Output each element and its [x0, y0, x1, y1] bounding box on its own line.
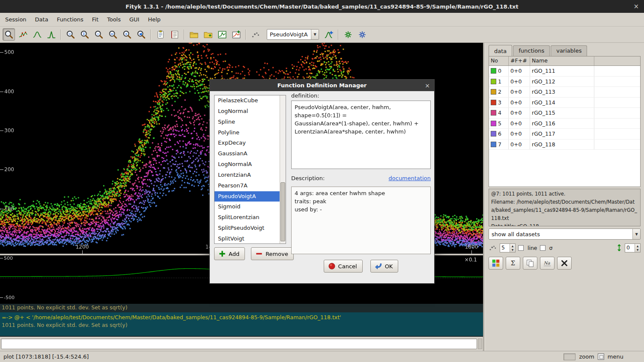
window-title: Fityk 1.3.1 - /home/aleplo/test/Document…: [125, 3, 518, 10]
dataset-colors-button[interactable]: [489, 257, 503, 270]
function-list-item[interactable]: Polyline: [215, 128, 280, 138]
function-list-item[interactable]: LorentzianA: [215, 170, 280, 181]
zoom-all-button[interactable]: =: [64, 28, 77, 41]
function-list-scrollbar[interactable]: [280, 95, 286, 243]
toolbar-separator: [245, 30, 246, 40]
line-checkbox[interactable]: [518, 245, 524, 251]
toolbar: =↕−↔+◀PseudoVoigtA▼: [0, 27, 644, 43]
console-line: 1011 points. No explicit std. dev. Set a…: [0, 321, 483, 329]
function-list-item[interactable]: LogNormal: [215, 106, 280, 117]
export-image-button[interactable]: [230, 28, 242, 41]
auto-add-peak-button[interactable]: [322, 28, 335, 41]
dataset-row[interactable]: 00+0rGO_111: [489, 66, 640, 77]
sum-datasets-button[interactable]: Σ: [506, 257, 520, 270]
function-list-item[interactable]: ExpDecay: [215, 138, 280, 148]
script-editor-button[interactable]: [168, 28, 181, 41]
function-list-item[interactable]: SplitVoigt: [215, 234, 280, 243]
shift-spinner[interactable]: 0 ▲▼: [625, 243, 641, 252]
shift-value: 0: [625, 244, 635, 252]
dataset-func-count: 0+0: [509, 66, 530, 76]
dialog-title: Function Definition Manager: [277, 82, 367, 89]
dataset-row[interactable]: 20+0rGO_113: [489, 87, 640, 98]
include-file-button[interactable]: [202, 28, 214, 41]
dataset-row[interactable]: 60+0rGO_117: [489, 129, 640, 139]
dataset-row[interactable]: 70+0rGO_118: [489, 139, 640, 150]
definition-textarea[interactable]: PseudoVoigtA(area, center, hwhm, shape=0…: [291, 101, 431, 169]
zoom-out-button[interactable]: −: [92, 28, 105, 41]
fit-settings-button[interactable]: [356, 28, 368, 41]
menu-tools[interactable]: Tools: [103, 14, 125, 25]
ok-button[interactable]: OK: [370, 260, 399, 273]
copy-dataset-button[interactable]: [523, 257, 537, 270]
tab-variables[interactable]: variables: [551, 45, 587, 56]
function-list-item[interactable]: LogNormalA: [215, 159, 280, 170]
dialog-titlebar[interactable]: Function Definition Manager ×: [210, 80, 434, 91]
dataset-name: rGO_111: [530, 66, 594, 76]
cancel-button[interactable]: Cancel: [324, 260, 363, 273]
function-list: PielaszekCubeLogNormalSplinePolylineExpD…: [214, 95, 286, 244]
rename-dataset-button[interactable]: Na: [540, 257, 555, 270]
dataset-number: 1: [498, 78, 501, 85]
function-type-select[interactable]: PseudoVoigtA▼: [267, 29, 319, 40]
command-input[interactable]: [1, 338, 477, 349]
dataset-row[interactable]: 50+0rGO_116: [489, 119, 640, 129]
scrollbar-thumb[interactable]: [280, 182, 285, 241]
menu-fit[interactable]: Fit: [88, 14, 103, 25]
window-close-icon[interactable]: ×: [633, 3, 639, 10]
documentation-link[interactable]: documentation: [389, 175, 431, 181]
background-mode-button[interactable]: [31, 28, 43, 41]
chevron-down-icon[interactable]: ▼: [632, 229, 640, 239]
svg-text:−: −: [96, 31, 99, 36]
remove-function-button[interactable]: Remove: [251, 247, 294, 260]
function-list-item[interactable]: GaussianA: [215, 148, 280, 159]
function-definition-dialog: Function Definition Manager × PielaszekC…: [209, 79, 435, 284]
function-list-item[interactable]: SplitLorentzian: [215, 212, 280, 223]
output-log-button[interactable]: [154, 28, 167, 41]
tab-data[interactable]: data: [489, 45, 512, 56]
svg-text:=: =: [68, 31, 71, 36]
dialog-close-icon[interactable]: ×: [425, 82, 430, 89]
zoom-mode-button[interactable]: [3, 28, 15, 41]
dataset-row[interactable]: 40+0rGO_115: [489, 108, 640, 119]
zoom-in-button[interactable]: +: [121, 28, 133, 41]
menu-gui[interactable]: GUI: [125, 14, 143, 25]
chevron-down-icon[interactable]: ▼: [311, 30, 319, 39]
dataset-func-count: 0+0: [509, 139, 530, 150]
dataset-table: No #F+# Name 00+0rGO_11110+0rGO_11220+0r…: [489, 56, 641, 187]
column-header-ff: #F+#: [509, 56, 530, 65]
delete-dataset-button[interactable]: [557, 257, 572, 270]
dataset-row[interactable]: 30+0rGO_114: [489, 98, 640, 108]
function-list-item[interactable]: Spline: [215, 117, 280, 128]
point-size-spinner[interactable]: 5 ▲▼: [500, 243, 516, 252]
function-list-item[interactable]: SplitPseudoVoigt: [215, 223, 280, 234]
toolbar-separator: [150, 30, 151, 40]
menu-help[interactable]: Help: [143, 14, 165, 25]
dataset-row[interactable]: 10+0rGO_112: [489, 77, 640, 87]
tab-functions[interactable]: functions: [513, 45, 550, 56]
data-transform-button[interactable]: [249, 28, 262, 41]
function-list-item[interactable]: Sigmoid: [215, 202, 280, 212]
save-session-button[interactable]: [216, 28, 228, 41]
run-fit-button[interactable]: [342, 28, 354, 41]
menu-functions[interactable]: Functions: [53, 14, 88, 25]
zoom-indicator-icon[interactable]: [598, 353, 604, 360]
function-list-item[interactable]: PseudoVoigtA: [215, 191, 280, 202]
menu-data[interactable]: Data: [31, 14, 53, 25]
add-function-button[interactable]: Add: [214, 247, 245, 260]
zoom-horizontal-button[interactable]: ↔: [107, 28, 119, 41]
zoom-vertical-button[interactable]: ↕: [78, 28, 91, 41]
function-list-item[interactable]: Pearson7A: [215, 181, 280, 191]
show-datasets-select[interactable]: show all datasets ▼: [489, 228, 641, 240]
input-corner: [478, 338, 482, 349]
sigma-checkbox[interactable]: [540, 245, 546, 251]
add-peak-mode-button[interactable]: [45, 28, 57, 41]
data-range-mode-button[interactable]: [17, 28, 29, 41]
zoom-previous-button[interactable]: ◀: [135, 28, 147, 41]
spinner-arrows[interactable]: ▲▼: [510, 244, 515, 252]
open-session-button[interactable]: [188, 28, 200, 41]
status-menu-label[interactable]: menu: [608, 353, 623, 360]
function-list-item[interactable]: PielaszekCube: [215, 95, 280, 106]
spinner-arrows[interactable]: ▲▼: [635, 244, 640, 252]
menu-session[interactable]: Session: [1, 14, 31, 25]
toolbar-separator: [60, 30, 61, 40]
